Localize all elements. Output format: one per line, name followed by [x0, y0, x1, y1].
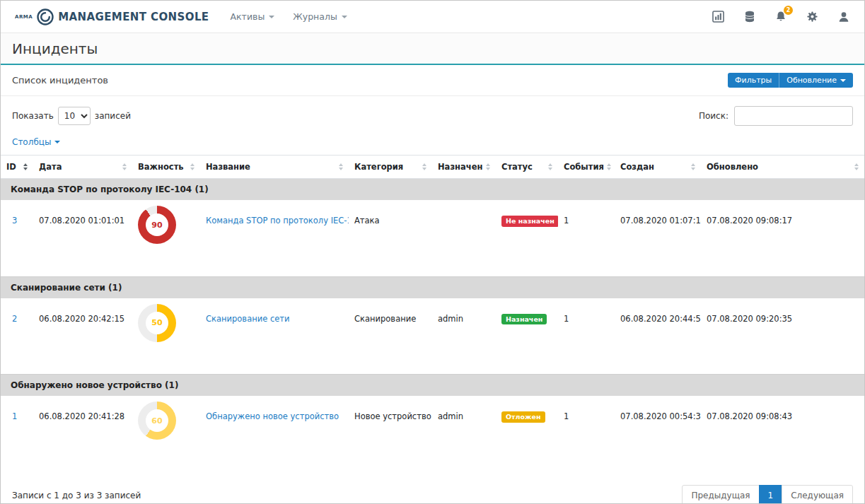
incident-assignee: admin	[432, 298, 496, 375]
col-header-name[interactable]: Название	[200, 156, 349, 179]
page-title: Инциденты	[12, 40, 98, 57]
page-size-control: Показать 10 записей	[12, 107, 131, 125]
chart-icon[interactable]	[712, 10, 725, 23]
search-label: Поиск:	[699, 111, 728, 121]
incident-date: 06.08.2020 20:41:28	[33, 396, 132, 472]
sort-icon	[607, 163, 611, 170]
filters-button-label: Фильтры	[735, 76, 772, 85]
nav-assets[interactable]: Активы	[231, 11, 275, 22]
sort-icon	[23, 163, 28, 170]
incident-events: 1	[558, 396, 615, 472]
incident-assignee: admin	[432, 396, 496, 472]
sort-icon	[486, 163, 490, 170]
status-badge: Назначен	[501, 314, 547, 325]
sort-icon	[548, 163, 552, 170]
group-label: Обнаружено новое устройство (1)	[1, 375, 864, 397]
sort-icon	[122, 163, 127, 170]
gear-icon[interactable]	[806, 10, 819, 23]
incident-name-link[interactable]: Команда STOP по протоколу IEC-104	[206, 216, 349, 225]
incident-name-link[interactable]: Сканирование сети	[206, 314, 289, 324]
table-header-row: ID Дата Важность Название Категория Назн…	[1, 156, 864, 179]
search-control: Поиск:	[699, 106, 853, 126]
chevron-down-icon	[54, 141, 60, 143]
page-size-select[interactable]: 10	[58, 107, 91, 125]
columns-row: Столбцы	[1, 129, 864, 155]
col-header-updated[interactable]: Обновлено	[701, 156, 864, 179]
group-header-row: Обнаружено новое устройство (1)	[1, 375, 864, 397]
sort-icon	[190, 163, 195, 170]
col-header-assignee[interactable]: Назначен	[432, 156, 496, 179]
sort-icon	[339, 163, 343, 170]
nav-journals-label: Журналы	[293, 11, 337, 22]
refresh-dropdown-button[interactable]: Обновление	[779, 73, 853, 88]
group-label: Сканирование сети (1)	[1, 276, 864, 298]
incident-created: 07.08.2020 00:54:39	[615, 396, 701, 472]
chevron-down-icon	[342, 16, 347, 18]
incident-assignee	[432, 200, 496, 276]
group-header-row: Команда STOP по протоколу IEC-104 (1)	[1, 179, 864, 201]
brand-title: MANAGEMENT CONSOLE	[58, 11, 209, 23]
sort-icon	[422, 163, 426, 170]
header-buttons: Фильтры Обновление	[728, 73, 853, 88]
incident-category: Новое устройство	[349, 396, 432, 472]
table-controls: Показать 10 записей Поиск:	[1, 96, 864, 129]
refresh-button-label: Обновление	[786, 76, 837, 85]
incident-date: 07.08.2020 01:01:01	[33, 200, 132, 276]
incident-row: 2 06.08.2020 20:42:15 50 Сканирование се…	[1, 298, 864, 375]
bell-icon[interactable]: 2	[774, 10, 787, 23]
pagination: Предыдущая 1 Следующая	[682, 485, 853, 504]
incident-created: 06.08.2020 20:44:52	[615, 298, 701, 375]
chevron-down-icon	[840, 79, 846, 82]
incidents-table: ID Дата Важность Название Категория Назн…	[1, 155, 864, 472]
nav-journals[interactable]: Журналы	[293, 11, 347, 22]
sort-icon	[854, 163, 859, 170]
severity-donut: 50	[138, 304, 176, 342]
col-header-status[interactable]: Статус	[496, 156, 558, 179]
page-title-bar: Инциденты	[1, 33, 864, 65]
user-icon[interactable]	[837, 11, 850, 23]
incident-row: 3 07.08.2020 01:01:01 90 Команда STOP по…	[1, 200, 864, 276]
nav-assets-label: Активы	[231, 11, 265, 22]
col-header-id[interactable]: ID	[1, 156, 33, 179]
pagination-page-1[interactable]: 1	[759, 485, 783, 504]
incident-id-link[interactable]: 2	[12, 314, 17, 324]
pagination-prev[interactable]: Предыдущая	[682, 485, 759, 504]
incident-updated: 07.08.2020 09:08:17	[701, 200, 864, 276]
table-footer: Записи с 1 до 3 из 3 записей Предыдущая …	[1, 472, 864, 504]
col-header-created[interactable]: Создан	[615, 156, 701, 179]
columns-dropdown[interactable]: Столбцы	[12, 137, 60, 147]
col-header-severity[interactable]: Важность	[132, 156, 200, 179]
chevron-down-icon	[269, 16, 274, 18]
notification-badge: 2	[784, 6, 793, 15]
incident-category: Сканирование	[349, 298, 432, 375]
app-window: ARMA MANAGEMENT CONSOLE Активы Журналы 2	[0, 0, 865, 504]
incident-id-link[interactable]: 1	[12, 411, 17, 421]
severity-donut: 90	[138, 206, 176, 244]
incident-id-link[interactable]: 3	[12, 216, 17, 225]
group-label: Команда STOP по протоколу IEC-104 (1)	[1, 179, 864, 201]
brand-logo[interactable]: ARMA MANAGEMENT CONSOLE	[15, 8, 209, 26]
columns-label: Столбцы	[12, 137, 51, 147]
incident-updated: 07.08.2020 09:20:35	[701, 298, 864, 375]
col-header-events[interactable]: События	[558, 156, 615, 179]
arma-wordmark: ARMA	[15, 14, 33, 20]
database-icon[interactable]	[743, 10, 756, 23]
incident-created: 07.08.2020 01:07:14	[615, 200, 701, 276]
incident-row: 1 06.08.2020 20:41:28 60 Обнаружено ново…	[1, 396, 864, 472]
show-label: Показать	[12, 111, 54, 121]
pagination-next[interactable]: Следующая	[782, 485, 853, 504]
col-header-date[interactable]: Дата	[33, 156, 132, 179]
col-header-category[interactable]: Категория	[349, 156, 432, 179]
status-badge: Отложен	[501, 411, 545, 423]
search-input[interactable]	[734, 106, 853, 126]
incident-name-link[interactable]: Обнаружено новое устройство	[206, 411, 339, 421]
card-title: Список инцидентов	[12, 75, 108, 86]
incident-category: Атака	[349, 200, 432, 276]
main-menu: Активы Журналы	[231, 11, 347, 22]
incident-updated: 07.08.2020 09:08:43	[701, 396, 864, 472]
records-label: записей	[95, 111, 131, 121]
incident-events: 1	[558, 298, 615, 375]
records-info: Записи с 1 до 3 из 3 записей	[12, 491, 141, 500]
filters-button[interactable]: Фильтры	[728, 73, 779, 88]
incident-events: 1	[558, 200, 615, 276]
